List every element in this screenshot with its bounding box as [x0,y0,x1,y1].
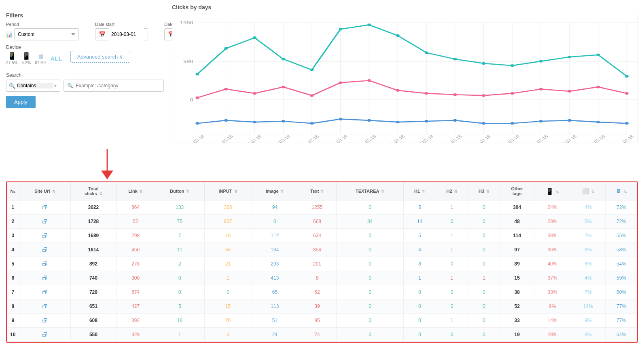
cell-h1: 1 [404,271,436,285]
cell-text: 8 [298,271,337,285]
cell-url[interactable]: 🗗 [19,243,71,257]
device-mobile[interactable]: 📱 27.5% [6,52,17,65]
cell-mobile_pct: 38% [534,229,571,243]
cell-mobile_pct: 37% [534,271,571,285]
cell-url[interactable]: 🗗 [19,200,71,215]
cell-desktop_pct: 54% [606,257,637,271]
svg-point-69 [625,122,629,124]
cell-textarea: 0 [336,328,404,342]
cell-other: 33 [500,314,534,328]
cell-mobile_pct: 36% [534,243,571,257]
cell-desktop_pct: 77% [606,314,637,328]
th-link[interactable]: Link ⇅ [116,182,155,200]
cell-total: 729 [71,285,116,299]
cell-url[interactable]: 🗗 [19,328,71,342]
th-desktop[interactable]: 🖥 ⇅ [606,182,637,200]
svg-point-44 [367,79,371,82]
th-url[interactable]: Site Url ⇅ [19,182,71,200]
external-link-icon[interactable]: 🗗 [42,261,48,267]
svg-point-60 [367,119,371,122]
cell-image: 293 [252,257,298,271]
th-input[interactable]: INPUT ⇅ [204,182,252,200]
cell-mobile_pct: 24% [534,200,571,215]
table-row: 2🗗1728527583706683414004823%5%72% [7,215,637,229]
svg-point-32 [482,62,485,65]
search-input-wrap: 🔍 [64,80,164,92]
cell-total: 1689 [71,229,116,243]
cell-image: 0 [252,215,298,229]
cell-image: 94 [252,200,298,215]
cell-mobile_pct: 40% [534,257,571,271]
cell-num: 6 [7,271,19,285]
external-link-icon[interactable]: 🗗 [42,275,48,281]
cell-desktop_pct: 64% [606,328,637,342]
cell-button: 7 [155,229,204,243]
bar-chart-icon: 📊 [6,32,13,38]
th-textarea[interactable]: TEXTAREA ⇅ [336,182,404,200]
tablet-icon: 📱 [22,52,31,61]
cell-input: 20 [204,314,252,328]
search-input[interactable] [76,83,157,88]
date-start-label: Date start [95,22,148,27]
svg-point-51 [568,90,572,93]
th-mobile[interactable]: 📱 ⇅ [534,182,571,200]
th-h2[interactable]: H2 ⇅ [436,182,468,200]
svg-point-52 [596,86,600,88]
external-link-icon[interactable]: 🗗 [42,246,48,253]
search-type-select[interactable]: Contains Starts with Ends with [17,83,53,88]
search-input-icon: 🔍 [67,83,73,88]
svg-text:01.03.18: 01.03.18 [187,134,205,143]
cell-url[interactable]: 🗗 [19,314,71,328]
external-link-icon[interactable]: 🗗 [42,289,48,295]
svg-point-63 [453,119,457,122]
cell-url[interactable]: 🗗 [19,229,71,243]
external-link-icon[interactable]: 🗗 [42,218,48,225]
svg-text:11.03.18: 11.03.18 [330,134,348,143]
device-tablet[interactable]: 📱 5.2% [21,52,31,65]
cell-desktop_pct: 77% [606,299,637,314]
cell-text: 668 [298,215,337,229]
period-select[interactable]: Custom Today Yesterday Last 7 days Last … [14,28,79,40]
cell-text: 52 [298,285,337,299]
device-desktop[interactable]: 🖥 67.3% [35,52,46,65]
th-image[interactable]: Image ⇅ [252,182,298,200]
cell-url[interactable]: 🗗 [19,285,71,299]
cell-tablet_pct: 6% [571,257,605,271]
external-link-icon[interactable]: 🗗 [42,331,48,338]
svg-point-65 [511,122,514,124]
date-start-input[interactable] [108,28,144,40]
cell-mobile_pct: 23% [534,215,571,229]
device-all[interactable]: ALL [51,55,62,62]
cell-h2: 1 [436,243,468,257]
external-link-icon[interactable]: 🗗 [42,303,48,310]
external-link-icon[interactable]: 🗗 [42,204,48,211]
cell-h2: 0 [436,299,468,314]
th-tablet[interactable]: ⬜ ⇅ [571,182,605,200]
advanced-search-button[interactable]: Advanced search ∨ [70,51,130,63]
cell-url[interactable]: 🗗 [19,271,71,285]
th-total[interactable]: Totalclicks ⇅ [71,182,116,200]
cell-h1: 4 [404,243,436,257]
cell-tablet_pct: 6% [571,243,605,257]
apply-button[interactable]: Apply [6,96,36,108]
cell-num: 9 [7,314,19,328]
cell-url[interactable]: 🗗 [19,299,71,314]
cell-url[interactable]: 🗗 [19,215,71,229]
external-link-icon[interactable]: 🗗 [42,232,48,239]
th-h1[interactable]: H1 ⇅ [404,182,436,200]
svg-point-46 [425,92,428,95]
cell-h1: 0 [404,314,436,328]
svg-point-58 [310,122,314,124]
period-group: Period 📊 Custom Today Yesterday Last 7 d… [6,22,79,40]
th-button[interactable]: Button ⇅ [155,182,204,200]
cell-desktop_pct: 72% [606,215,637,229]
svg-point-57 [282,120,285,122]
cell-url[interactable]: 🗗 [19,257,71,271]
th-text[interactable]: Text ⇅ [298,182,337,200]
external-link-icon[interactable]: 🗗 [42,317,48,324]
desktop-icon: 🖥 [37,52,44,61]
svg-point-59 [339,118,342,120]
cell-textarea: 0 [336,229,404,243]
mobile-icon: 📱 [7,52,16,61]
th-h3[interactable]: H3 ⇅ [468,182,500,200]
